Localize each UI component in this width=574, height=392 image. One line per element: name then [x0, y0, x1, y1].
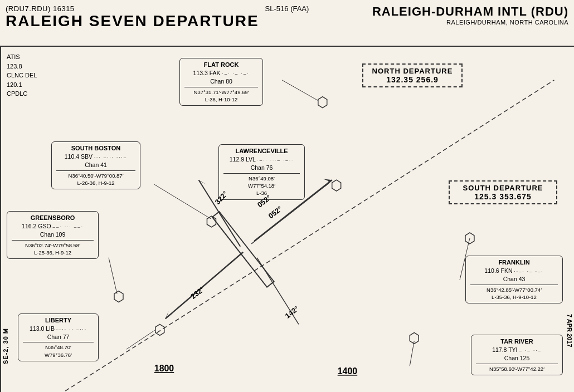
svg-line-9 [257, 258, 299, 325]
south-boston-chart: L-26-36, H-9-12 [56, 179, 135, 187]
south-boston-box: SOUTH BOSTON 110.4 SBV ··· –··· ···– Cha… [51, 141, 140, 189]
airport-location: RALEIGH/DURHAM, NORTH CAROLINA [372, 19, 568, 26]
atis-box: ATIS 123.8 CLNC DEL 120.1 CPDLC [7, 52, 37, 99]
north-departure-title: NORTH DEPARTURE [369, 67, 456, 75]
lawrenceville-waypoint [332, 180, 341, 191]
heading-232: 232° [189, 285, 206, 301]
chart-id: (RDU7.RDU) 16315 [6, 4, 259, 13]
flat-rock-box: FLAT ROCK 113.3 FAK ·–· ·– ·–· Chan 80 N… [179, 58, 263, 106]
header-center: SL-516 (FAA) [265, 4, 309, 13]
svg-marker-3 [323, 179, 332, 187]
greensboro-name: GREENSBORO [12, 214, 94, 222]
flat-rock-freq: 113.3 FAK ·–· ·– ·–· [184, 69, 258, 77]
sl-code: SL-516 (FAA) [265, 4, 309, 13]
south-departure-title: SOUTH DEPARTURE [455, 184, 551, 192]
chart-title: RALEIGH SEVEN DEPARTURE [6, 13, 259, 30]
liberty-waypoint [155, 324, 164, 335]
side-label: SE-2, 30 M [2, 328, 9, 364]
south-boston-chan: Chan 41 [56, 161, 135, 169]
franklin-chart: L-35-36, H-9-10-12 [470, 293, 558, 301]
svg-line-10 [282, 80, 318, 101]
flat-rock-chart: L-36, H-10-12 [184, 96, 258, 103]
svg-line-14 [127, 330, 155, 349]
tar-river-waypoint [410, 332, 419, 344]
atis-cpdlc: CPDLC [7, 89, 37, 99]
year-label: 7 APR 2017 [566, 314, 573, 347]
chart-area: ATIS 123.8 CLNC DEL 120.1 CPDLC NORTH DE… [0, 46, 574, 392]
svg-line-11 [154, 184, 211, 219]
atis-label: ATIS [7, 52, 37, 62]
south-boston-freq: 110.4 SBV ··· –··· ···– [56, 153, 135, 161]
liberty-box: LIBERTY 113.0 LIB ·–·· ·· –··· Chan 77 N… [18, 313, 99, 361]
greensboro-coords: N36°02.74′-W79°58.58′ [12, 240, 94, 249]
flat-rock-name: FLAT ROCK [184, 61, 258, 69]
south-boston-waypoint [207, 216, 216, 227]
chart-page: (RDU7.RDU) 16315 RALEIGH SEVEN DEPARTURE… [0, 0, 574, 392]
alt-1400: 1400 [338, 366, 358, 376]
liberty-freq: 113.0 LIB ·–·· ·· –··· [23, 325, 94, 333]
atis-label2: CLNC DEL [7, 71, 37, 80]
svg-line-12 [109, 258, 117, 294]
tar-river-chan: Chan 125 [476, 354, 558, 362]
lawrenceville-chart: L-36 [223, 189, 300, 197]
lawrenceville-freq: 112.9 LVL ·–·· ···– ·–·· [223, 155, 300, 164]
franklin-name: FRANKLIN [470, 258, 558, 267]
heading-052b: 052° [267, 204, 284, 220]
flat-rock-waypoint [318, 97, 327, 108]
svg-marker-5 [166, 311, 173, 318]
lawrenceville-chan: Chan 76 [223, 164, 300, 172]
heading-142: 142° [284, 304, 300, 320]
franklin-coords: N36°42.85′-W77°00.74′ [470, 285, 558, 293]
atis-freq2: 120.1 [7, 80, 37, 90]
liberty-name: LIBERTY [23, 316, 94, 325]
tar-river-name: TAR RIVER [476, 337, 558, 346]
franklin-chan: Chan 43 [470, 275, 558, 283]
greensboro-freq: 116.2 GSO ––· ··· ––· [12, 222, 94, 231]
atis-freq1: 123.8 [7, 62, 37, 71]
lawrenceville-name: LAWRENCEVILLE [223, 147, 300, 155]
franklin-waypoint [465, 233, 474, 244]
south-departure-freqs: 125.3 353.675 [455, 192, 551, 201]
svg-line-4 [166, 252, 244, 319]
svg-rect-1 [212, 212, 274, 287]
flat-rock-coords: N37°31.71′-W77°49.69′ [184, 87, 258, 96]
greensboro-chan: Chan 109 [12, 231, 94, 239]
tar-river-coords: N35°58.60′-W77°42.22′ [476, 364, 558, 373]
south-boston-name: SOUTH BOSTON [56, 144, 135, 153]
lawrenceville-box: LAWRENCEVILLE 112.9 LVL ·–·· ···– ·–·· C… [218, 144, 305, 200]
franklin-box: FRANKLIN 110.6 FKN ··–· ·– ·–· Chan 43 N… [465, 256, 563, 303]
tar-river-freq: 117.8 TYI – ·– ··– [476, 346, 558, 354]
liberty-chan: Chan 77 [23, 333, 94, 341]
alt-1800: 1800 [154, 364, 174, 373]
flat-rock-chan: Chan 80 [184, 77, 258, 86]
franklin-freq: 110.6 FKN ··–· ·– ·–· [470, 267, 558, 275]
liberty-coords: N35°48.70′ W79°36.76′ [23, 342, 94, 359]
south-departure-box: SOUTH DEPARTURE 125.3 353.675 [449, 180, 557, 204]
greensboro-waypoint [114, 291, 123, 302]
flat-rock-morse: ·–· ·– ·–· [222, 71, 250, 76]
south-boston-coords: N36°40.50′-W79°00.87′ [56, 170, 135, 179]
svg-marker-8 [199, 180, 207, 188]
svg-line-15 [410, 341, 414, 366]
airport-name: RALEIGH-DURHAM INTL (RDU) [372, 4, 568, 19]
north-departure-box: NORTH DEPARTURE 132.35 256.9 [362, 63, 463, 87]
lawrenceville-coords: N36°49.08′ W77°54.18′ [223, 173, 300, 190]
greensboro-chart: L-25-36, H-9-12 [12, 249, 94, 256]
header-left: (RDU7.RDU) 16315 RALEIGH SEVEN DEPARTURE [6, 4, 259, 30]
greensboro-box: GREENSBORO 116.2 GSO ––· ··· ––· Chan 10… [7, 211, 99, 259]
north-departure-freqs: 132.35 256.9 [369, 75, 456, 84]
tar-river-box: TAR RIVER 117.8 TYI – ·– ··– Chan 125 N3… [471, 335, 563, 375]
header-right: RALEIGH-DURHAM INTL (RDU) RALEIGH/DURHAM… [372, 4, 568, 26]
